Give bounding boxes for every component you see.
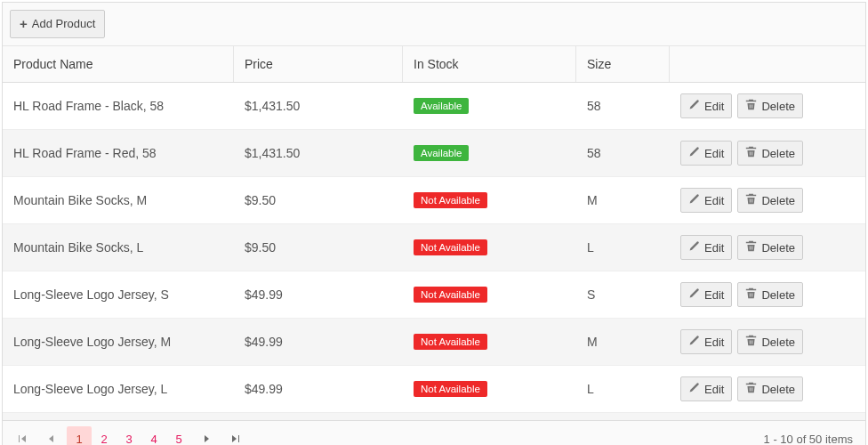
status-badge-not-available: Not Available bbox=[414, 192, 487, 208]
delete-label: Delete bbox=[761, 100, 795, 113]
edit-label: Edit bbox=[704, 194, 724, 207]
trash-icon bbox=[745, 382, 757, 396]
cell-price: $9.50 bbox=[234, 224, 403, 271]
delete-button[interactable]: Delete bbox=[737, 235, 803, 260]
pager-page[interactable]: 3 bbox=[117, 426, 141, 445]
pencil-icon bbox=[688, 146, 700, 160]
delete-label: Delete bbox=[761, 288, 795, 302]
pager: 12345 1 - 10 of 50 items bbox=[3, 420, 865, 445]
cell-actions: EditDelete bbox=[670, 83, 853, 129]
trash-icon bbox=[745, 335, 757, 349]
cell-actions: EditDelete bbox=[670, 177, 853, 223]
pager-next-icon[interactable] bbox=[195, 426, 220, 445]
delete-button[interactable]: Delete bbox=[737, 188, 803, 213]
table-row: Long-Sleeve Logo Jersey, L$49.99Not Avai… bbox=[3, 366, 865, 413]
cell-product-name: Long-Sleeve Logo Jersey, M bbox=[3, 319, 234, 365]
edit-button[interactable]: Edit bbox=[680, 329, 732, 354]
delete-button[interactable]: Delete bbox=[737, 282, 803, 307]
table-row: Long-Sleeve Logo Jersey, S$49.99Not Avai… bbox=[3, 271, 865, 319]
cell-actions: EditDelete bbox=[670, 130, 853, 176]
trash-icon bbox=[745, 287, 757, 302]
pager-page[interactable]: 2 bbox=[92, 426, 117, 445]
cell-in-stock: Available bbox=[403, 83, 576, 129]
trash-icon bbox=[745, 99, 757, 113]
pager-first-icon[interactable] bbox=[10, 426, 35, 445]
product-grid: + Add Product Product Name Price In Stoc… bbox=[2, 2, 866, 445]
cell-in-stock: Not Available bbox=[403, 366, 576, 412]
cell-size: XL bbox=[576, 413, 670, 420]
delete-button[interactable]: Delete bbox=[737, 329, 803, 354]
pencil-icon bbox=[688, 240, 700, 255]
cell-product-name: Mountain Bike Socks, L bbox=[3, 224, 234, 271]
cell-actions: EditDelete bbox=[670, 271, 853, 318]
cell-size: L bbox=[576, 366, 670, 412]
pencil-icon bbox=[688, 193, 700, 207]
delete-label: Delete bbox=[761, 194, 795, 207]
cell-price: $49.99 bbox=[234, 271, 403, 318]
cell-product-name: HL Road Frame - Red, 58 bbox=[3, 130, 234, 176]
delete-button[interactable]: Delete bbox=[737, 141, 803, 166]
cell-in-stock: Not Available bbox=[403, 177, 576, 223]
pager-last-icon[interactable] bbox=[223, 426, 248, 445]
col-header-actions bbox=[670, 46, 853, 82]
pager-prev-icon[interactable] bbox=[38, 426, 63, 445]
edit-button[interactable]: Edit bbox=[680, 376, 732, 401]
pager-page[interactable]: 4 bbox=[141, 426, 166, 445]
edit-button[interactable]: Edit bbox=[680, 93, 732, 118]
cell-size: 58 bbox=[576, 130, 670, 176]
cell-product-name: Long-Sleeve Logo Jersey, L bbox=[3, 366, 234, 412]
edit-label: Edit bbox=[704, 288, 724, 302]
trash-icon bbox=[745, 193, 757, 207]
delete-label: Delete bbox=[761, 147, 795, 160]
delete-button[interactable]: Delete bbox=[737, 376, 803, 401]
edit-button[interactable]: Edit bbox=[680, 188, 732, 213]
status-badge-not-available: Not Available bbox=[414, 381, 487, 397]
edit-button[interactable]: Edit bbox=[680, 141, 732, 166]
pencil-icon bbox=[688, 99, 700, 113]
status-badge-not-available: Not Available bbox=[414, 334, 487, 350]
edit-button[interactable]: Edit bbox=[680, 282, 732, 307]
edit-label: Edit bbox=[704, 147, 724, 160]
cell-size: 58 bbox=[576, 83, 670, 129]
cell-in-stock: Not Available bbox=[403, 413, 576, 420]
delete-button[interactable]: Delete bbox=[737, 93, 803, 118]
table-row: HL Road Frame - Black, 58$1,431.50Availa… bbox=[3, 83, 865, 130]
status-badge-available: Available bbox=[414, 98, 469, 114]
cell-actions: EditDelete bbox=[670, 413, 853, 420]
cell-price: $1,431.50 bbox=[234, 83, 403, 129]
cell-actions: EditDelete bbox=[670, 224, 853, 271]
cell-price: $49.99 bbox=[234, 319, 403, 365]
col-header-stock[interactable]: In Stock bbox=[403, 46, 576, 82]
pager-page[interactable]: 1 bbox=[67, 426, 92, 445]
add-product-label: Add Product bbox=[32, 17, 96, 31]
plus-icon: + bbox=[20, 16, 28, 32]
pager-page[interactable]: 5 bbox=[166, 426, 191, 445]
table-row: HL Road Frame - Red, 58$1,431.50Availabl… bbox=[3, 130, 865, 177]
edit-button[interactable]: Edit bbox=[680, 235, 732, 260]
status-badge-not-available: Not Available bbox=[414, 287, 487, 303]
col-header-price[interactable]: Price bbox=[234, 46, 403, 82]
trash-icon bbox=[745, 146, 757, 160]
cell-product-name: HL Road Frame - Black, 58 bbox=[3, 83, 234, 129]
cell-product-name: Long-Sleeve Logo Jersey, XL bbox=[3, 413, 234, 420]
grid-header: Product Name Price In Stock Size bbox=[3, 46, 865, 83]
add-product-button[interactable]: + Add Product bbox=[10, 10, 105, 38]
cell-size: L bbox=[576, 224, 670, 271]
pencil-icon bbox=[688, 287, 700, 302]
pencil-icon bbox=[688, 335, 700, 349]
grid-body[interactable]: HL Road Frame - Black, 58$1,431.50Availa… bbox=[3, 83, 865, 420]
edit-label: Edit bbox=[704, 241, 724, 255]
table-row: Mountain Bike Socks, L$9.50Not Available… bbox=[3, 224, 865, 271]
pager-info: 1 - 10 of 50 items bbox=[764, 433, 858, 446]
col-header-name[interactable]: Product Name bbox=[3, 46, 234, 82]
cell-size: M bbox=[576, 177, 670, 223]
col-header-size[interactable]: Size bbox=[576, 46, 670, 82]
cell-size: S bbox=[576, 271, 670, 318]
table-row: Mountain Bike Socks, M$9.50Not Available… bbox=[3, 177, 865, 224]
cell-in-stock: Available bbox=[403, 130, 576, 176]
table-row: Long-Sleeve Logo Jersey, M$49.99Not Avai… bbox=[3, 319, 865, 366]
delete-label: Delete bbox=[761, 241, 795, 255]
status-badge-available: Available bbox=[414, 145, 469, 161]
pencil-icon bbox=[688, 382, 700, 396]
status-badge-not-available: Not Available bbox=[414, 239, 487, 255]
